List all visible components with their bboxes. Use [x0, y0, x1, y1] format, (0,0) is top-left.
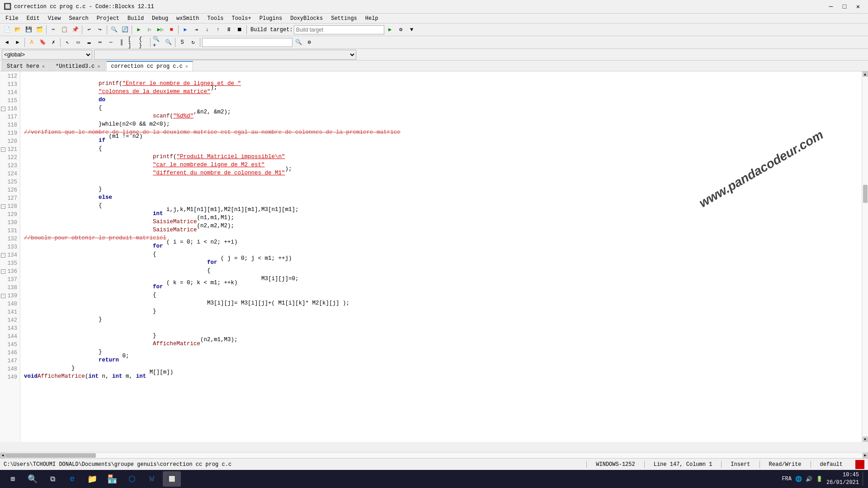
scroll-up-btn[interactable]: ▲: [863, 71, 868, 77]
menu-search[interactable]: Search: [65, 14, 92, 23]
fold-121[interactable]: −: [1, 147, 5, 152]
step-out-btn[interactable]: ↑: [213, 25, 223, 35]
scroll-down-btn[interactable]: ▼: [863, 436, 868, 442]
horz-btn[interactable]: ═: [95, 38, 105, 47]
run-target-btn[interactable]: ▶: [385, 25, 395, 35]
menu-file[interactable]: File: [2, 14, 22, 23]
tab-correction[interactable]: correction cc prog c.c ✕: [106, 61, 193, 71]
codeblocks-taskbar-btn[interactable]: 🔲: [163, 471, 181, 487]
menu-tools-plus[interactable]: Tools+: [228, 14, 255, 23]
refresh-btn[interactable]: ↻: [188, 38, 198, 47]
code-line-120: if (m1 != n2): [20, 136, 862, 145]
store-btn[interactable]: 🏪: [103, 471, 121, 487]
redo-btn[interactable]: ↪: [95, 25, 105, 35]
paste-btn[interactable]: 📌: [70, 25, 80, 35]
close-button[interactable]: ✕: [852, 0, 864, 13]
fold-139[interactable]: −: [1, 294, 5, 298]
build-btn[interactable]: ▶: [134, 25, 144, 35]
vscode-btn[interactable]: ⬡: [123, 471, 141, 487]
fold-128[interactable]: −: [1, 204, 5, 209]
menu-project[interactable]: Project: [93, 14, 123, 23]
scroll-right-btn[interactable]: ▶: [863, 453, 868, 458]
menu-doxyblocks[interactable]: DoxyBlocks: [287, 14, 326, 23]
tab-start-here[interactable]: Start here ✕: [2, 61, 50, 71]
vert-btn[interactable]: ║: [117, 38, 127, 47]
show-desktop-btn[interactable]: [863, 472, 864, 486]
stop-btn[interactable]: ■: [166, 25, 176, 35]
save-all-btn[interactable]: 🗂️: [34, 25, 44, 35]
menu-build[interactable]: Build: [124, 14, 147, 23]
menu-edit[interactable]: Edit: [23, 14, 43, 23]
build-target-label: Build target:: [250, 27, 293, 33]
new-file-btn[interactable]: 📄: [2, 25, 12, 35]
fold-136[interactable]: −: [1, 269, 5, 274]
hscroll-thumb[interactable]: [5, 453, 96, 458]
back-btn[interactable]: ◀: [2, 38, 12, 47]
undo-btn[interactable]: ↩: [84, 25, 94, 35]
search-taskbar-btn[interactable]: 🔍: [24, 471, 42, 487]
menu-settings[interactable]: Settings: [327, 14, 361, 23]
hscroll-track: [5, 453, 863, 458]
step-btn[interactable]: ⇥: [191, 25, 201, 35]
tab-untitled3[interactable]: *Untitled3.c ✕: [51, 61, 105, 71]
cut-btn[interactable]: ✂: [48, 25, 58, 35]
forward-btn[interactable]: ▶: [13, 38, 23, 47]
code-line-114: "colonnes de la deuxieme matrice");: [20, 88, 862, 96]
menu-tools[interactable]: Tools: [204, 14, 227, 23]
sync-btn[interactable]: S: [177, 38, 187, 47]
minimize-button[interactable]: ─: [825, 0, 837, 13]
open-file-btn[interactable]: 📂: [13, 25, 23, 35]
clear-btn[interactable]: ✗: [48, 38, 58, 47]
bracket-btn[interactable]: [ ]: [127, 38, 137, 47]
find2-btn[interactable]: 🔍: [163, 38, 173, 47]
word-btn[interactable]: W: [143, 471, 161, 487]
stop-debug-btn[interactable]: ⏹: [235, 25, 245, 35]
replace-btn[interactable]: 🔄: [120, 25, 130, 35]
menu-wxsmith[interactable]: wxSmith: [173, 14, 203, 23]
debug-btn[interactable]: ▶: [180, 25, 190, 35]
fold-116[interactable]: −: [1, 107, 5, 111]
rect-btn[interactable]: ▭: [73, 38, 83, 47]
scroll-left-btn[interactable]: ◀: [0, 453, 5, 458]
tab-correction-close[interactable]: ✕: [185, 64, 188, 69]
maximize-button[interactable]: □: [838, 0, 851, 13]
menu-help[interactable]: Help: [362, 14, 382, 23]
vertical-scrollbar[interactable]: ▲ ▼: [862, 71, 868, 442]
symbol-select[interactable]: [94, 50, 356, 60]
menu-view[interactable]: View: [44, 14, 65, 23]
highlight-btn[interactable]: A: [27, 38, 37, 47]
start-button[interactable]: ⊞: [4, 471, 22, 487]
save-btn[interactable]: 💾: [24, 25, 33, 35]
bookmark-btn[interactable]: 🔖: [38, 38, 47, 47]
scroll-thumb[interactable]: [863, 185, 868, 203]
line-btn[interactable]: ─: [106, 38, 116, 47]
pause-btn[interactable]: ⏸: [224, 25, 234, 35]
cursor-btn[interactable]: ↖: [62, 38, 72, 47]
rect2-btn[interactable]: ▬: [84, 38, 94, 47]
menu-plugins[interactable]: Plugins: [256, 14, 286, 23]
fold-134[interactable]: −: [1, 253, 5, 258]
run-btn[interactable]: ▷: [145, 25, 155, 35]
more-targets-btn[interactable]: ▼: [407, 25, 417, 35]
menu-debug[interactable]: Debug: [148, 14, 172, 23]
build-run-btn[interactable]: ▶▷: [156, 25, 165, 35]
search-go-btn[interactable]: 🔍: [293, 38, 303, 47]
global-scope-select[interactable]: <global>: [2, 50, 92, 60]
horizontal-scrollbar[interactable]: ◀ ▶: [0, 452, 868, 458]
tab-untitled3-close[interactable]: ✕: [97, 64, 100, 69]
build-target-btn[interactable]: ⚙: [396, 25, 406, 35]
search-input[interactable]: [202, 38, 292, 47]
line-num-124: 124: [0, 170, 20, 178]
step-into-btn[interactable]: ↓: [202, 25, 212, 35]
code-area[interactable]: printf("Entrer le nombre de lignes et de…: [20, 71, 862, 442]
folder-btn[interactable]: 📁: [83, 471, 101, 487]
tab-start-here-close[interactable]: ✕: [42, 64, 45, 69]
copy-btn[interactable]: 📋: [59, 25, 69, 35]
zoom-in-btn[interactable]: 🔍+: [152, 38, 162, 47]
task-view-btn[interactable]: ⧉: [43, 471, 61, 487]
brace-btn[interactable]: { }: [138, 38, 148, 47]
build-target-input[interactable]: [294, 25, 384, 34]
find-btn[interactable]: 🔍: [109, 25, 119, 35]
edge-btn[interactable]: e: [63, 471, 81, 487]
search-opts-btn[interactable]: ⚙: [304, 38, 314, 47]
